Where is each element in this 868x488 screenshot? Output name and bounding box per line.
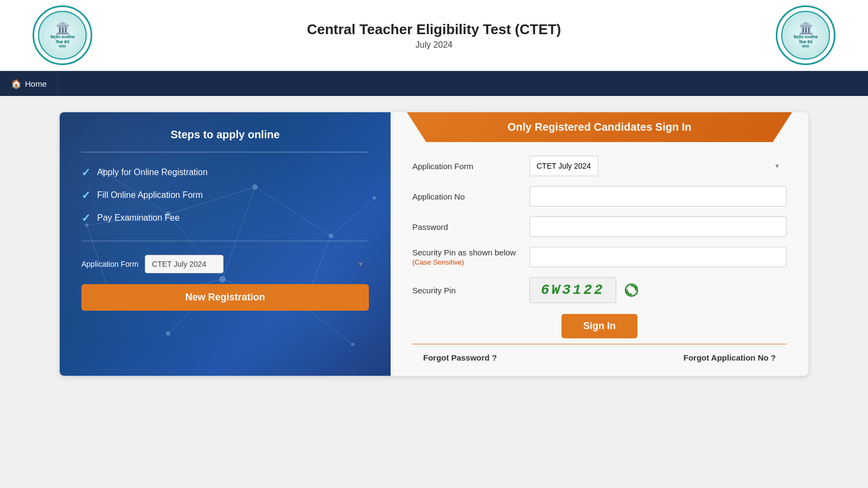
steps-list: ✓ Apply for Online Registration ✓ Fill O…: [81, 166, 369, 224]
captcha-image: 6W3122: [529, 277, 616, 303]
logo-text-right: केंद्रीय माध्यमिकशिक्षा बोर्डभारत: [794, 35, 818, 49]
logo-right: 🏛️ केंद्रीय माध्यमिकशिक्षा बोर्डभारत: [776, 5, 835, 65]
steps-divider-2: [81, 241, 369, 241]
password-label: Password: [412, 222, 521, 232]
logo-left: 🏛️ केंद्रीय माध्यमिकशिक्षा बोर्डभारत: [33, 5, 92, 65]
app-no-label: Application No: [412, 192, 521, 201]
new-registration-button[interactable]: New Registration: [81, 284, 369, 311]
form-row-security-pin-input: Security Pin as shown below (Case Sensit…: [412, 247, 787, 267]
refresh-icon: [624, 282, 639, 298]
svg-point-23: [351, 343, 354, 346]
svg-point-22: [166, 331, 170, 336]
case-sensitive-note: (Case Sensitive): [412, 258, 521, 266]
captcha-group: 6W3122: [529, 277, 641, 303]
right-panel: Only Registered Candidates Sign In Appli…: [391, 112, 808, 376]
bottom-divider: [412, 344, 787, 344]
right-app-form-select[interactable]: CTET July 2024: [529, 156, 598, 176]
step-text-2: Fill Online Application Form: [97, 190, 203, 200]
page-title: Central Teacher Eligibility Test (CTET): [92, 21, 776, 38]
form-row-app-no: Application No: [412, 186, 787, 207]
application-no-input[interactable]: [529, 186, 787, 207]
captcha-refresh-button[interactable]: [622, 280, 641, 300]
page-subtitle: July 2024: [92, 40, 776, 50]
main-content: Steps to apply online ✓ Apply for Online…: [60, 112, 808, 376]
security-pin-label: Security Pin as shown below: [412, 248, 521, 257]
step-item-1: ✓ Apply for Online Registration: [81, 166, 369, 179]
left-panel: Steps to apply online ✓ Apply for Online…: [60, 112, 391, 376]
logo-emblem-left: 🏛️: [55, 21, 70, 35]
left-app-form-select[interactable]: CTET July 2024: [145, 255, 224, 273]
security-pin-input[interactable]: [529, 247, 787, 267]
forgot-row: Forgot Password ? Forgot Application No …: [412, 353, 787, 362]
home-icon: 🏠: [11, 79, 22, 89]
svg-point-17: [373, 196, 376, 200]
forgot-application-no-link[interactable]: Forgot Application No ?: [684, 353, 776, 362]
svg-point-18: [219, 276, 226, 282]
app-form-row: Application Form CTET July 2024: [81, 255, 369, 273]
form-row-app-form: Application Form CTET July 2024: [412, 156, 787, 176]
sign-in-body: Application Form CTET July 2024 Applicat…: [391, 142, 808, 376]
captcha-label: Security Pin: [412, 286, 521, 295]
step-text-1: Apply for Online Registration: [97, 168, 208, 177]
left-app-form-select-wrapper: CTET July 2024: [145, 255, 369, 273]
forgot-password-link[interactable]: Forgot Password ?: [423, 353, 497, 362]
step-item-3: ✓ Pay Examination Fee: [81, 211, 369, 224]
svg-point-16: [329, 234, 333, 238]
header-center: Central Teacher Eligibility Test (CTET) …: [92, 21, 776, 50]
check-icon-1: ✓: [81, 166, 91, 179]
step-text-3: Pay Examination Fee: [97, 213, 180, 223]
sign-in-button[interactable]: Sign In: [561, 314, 637, 338]
form-row-password: Password: [412, 216, 787, 237]
step-item-2: ✓ Fill Online Application Form: [81, 189, 369, 202]
left-app-form-label: Application Form: [81, 260, 138, 268]
security-pin-label-group: Security Pin as shown below (Case Sensit…: [412, 248, 521, 266]
logo-emblem-right: 🏛️: [799, 21, 813, 35]
check-icon-2: ✓: [81, 189, 91, 202]
form-row-captcha: Security Pin 6W3122: [412, 277, 787, 303]
svg-line-11: [304, 306, 353, 344]
navbar: 🏠 Home: [0, 71, 868, 96]
sign-in-header: Only Registered Candidates Sign In: [407, 112, 792, 142]
nav-home-label: Home: [25, 79, 47, 88]
logo-text-left: केंद्रीय माध्यमिकशिक्षा बोर्डभारत: [50, 35, 74, 49]
app-form-label-right: Application Form: [412, 162, 521, 171]
steps-title: Steps to apply online: [81, 129, 369, 141]
steps-divider: [81, 152, 369, 152]
nav-home[interactable]: 🏠 Home: [0, 71, 58, 96]
page-header: 🏛️ केंद्रीय माध्यमिकशिक्षा बोर्डभारत Cen…: [0, 0, 868, 71]
right-app-form-select-wrapper: CTET July 2024: [529, 156, 787, 176]
check-icon-3: ✓: [81, 211, 91, 224]
password-input[interactable]: [529, 216, 787, 237]
